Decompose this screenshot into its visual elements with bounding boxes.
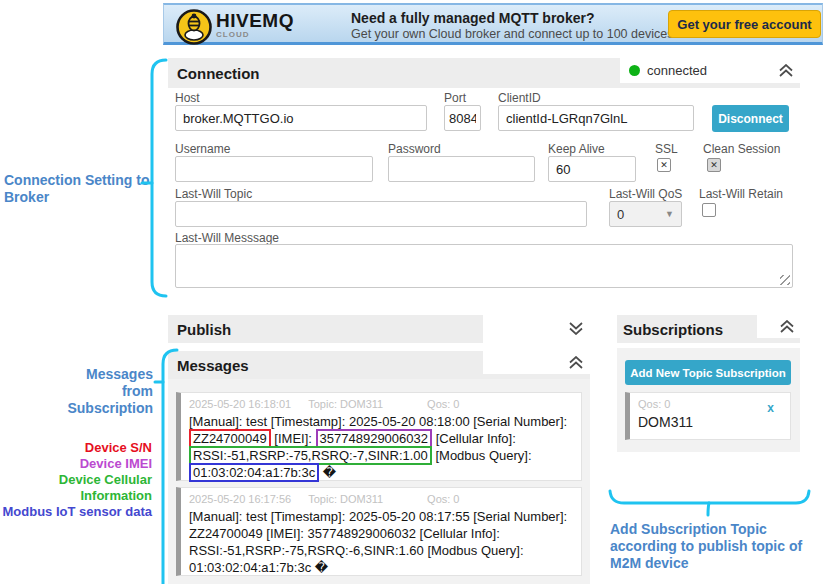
message-card: 2025-05-20 16:17:56 Topic: DOM311 Qos: 0… [176, 487, 582, 576]
logo-subtitle: CLOUD [216, 31, 294, 39]
payload-legend: Device S/N Device IMEI Device Cellular I… [0, 440, 152, 520]
add-subscription-button[interactable]: Add New Topic Subscription [625, 360, 791, 385]
subscription-meta: Qos: 0 x [638, 398, 782, 410]
message-time: 2025-05-20 16:17:56 [189, 493, 291, 505]
messages-list: 2025-05-20 16:18:01 Topic: DOM311 Qos: 0… [168, 379, 590, 584]
connection-status-tab: connected [620, 58, 800, 83]
chevron-double-down-icon[interactable] [568, 322, 584, 335]
password-label: Password [388, 142, 441, 156]
clientid-input[interactable] [498, 105, 694, 131]
port-input[interactable] [444, 105, 481, 131]
get-free-account-button[interactable]: Get your free account [668, 10, 821, 38]
subscriptions-title: Subscriptions [623, 321, 723, 338]
close-icon[interactable]: x [767, 401, 774, 415]
message-qos: Qos: 0 [427, 398, 459, 410]
message-time: 2025-05-20 16:18:01 [189, 398, 291, 410]
chevron-double-up-icon[interactable] [568, 356, 584, 369]
chevron-double-up-icon[interactable] [779, 320, 795, 333]
connection-annotation: Connection Setting to Broker [4, 172, 150, 206]
lastwill-qos-label: Last-Will QoS [609, 187, 682, 201]
message-meta: 2025-05-20 16:18:01 Topic: DOM311 Qos: 0 [189, 398, 573, 410]
legend-device-sn: Device S/N [0, 440, 152, 456]
publish-title: Publish [177, 321, 231, 338]
message-qos: Qos: 0 [427, 493, 459, 505]
ssl-label: SSL [655, 142, 678, 156]
port-label: Port [444, 91, 466, 105]
message-body: [Manual]: test [Timestamp]: 2025-05-20 0… [189, 413, 573, 481]
connection-header: Connection connected [168, 58, 800, 88]
publish-section: Publish [168, 315, 590, 343]
payload-tail: � [323, 465, 336, 480]
subscription-qos: Qos: 0 [638, 398, 670, 410]
subscription-card: Qos: 0 x DOM311 [625, 392, 791, 440]
lastwill-topic-input[interactable] [175, 201, 587, 227]
banner-subheadline: Get your own Cloud broker and connect up… [351, 27, 720, 41]
publish-header: Publish [168, 315, 483, 343]
host-label: Host [175, 91, 200, 105]
subscriptions-brace [608, 490, 812, 520]
lastwill-retain-label: Last-Will Retain [699, 187, 783, 201]
messages-title: Messages [177, 357, 249, 374]
message-body: [Manual]: test [Timestamp]: 2025-05-20 0… [189, 508, 573, 576]
cellular-key: [Cellular Info]: [436, 431, 516, 446]
messages-header-tab [483, 351, 590, 374]
chevron-down-icon: ▼ [665, 209, 674, 219]
username-input[interactable] [175, 156, 373, 182]
lastwill-topic-label: Last-Will Topic [175, 187, 252, 201]
chevron-double-up-icon[interactable] [778, 64, 794, 77]
legend-modbus: Modbus IoT sensor data [0, 504, 152, 520]
lastwill-message-label: Last-Will Messsage [175, 231, 279, 245]
hivemq-wordmark: HIVEMQ CLOUD [216, 11, 294, 39]
messages-section: Messages 2025-05-20 16:18:01 Topic: DOM3… [168, 351, 590, 584]
ssl-checkbox[interactable]: ✕ [657, 158, 671, 172]
keepalive-label: Keep Alive [548, 142, 605, 156]
clientid-label: ClientID [498, 91, 541, 105]
imei-key: [IMEI]: [274, 431, 312, 446]
message-topic: Topic: DOM311 [308, 398, 383, 410]
subscription-topic: DOM311 [638, 414, 782, 430]
lastwill-qos-value: 0 [617, 207, 624, 222]
banner-headline: Need a fully managed MQTT broker? [351, 10, 595, 26]
subscriptions-annotation: Add Subscription Topic according to publ… [610, 521, 822, 572]
messages-annotation: Messages from Subscription [57, 366, 153, 417]
host-input[interactable] [175, 105, 427, 131]
status-dot-icon [629, 65, 640, 76]
hivemq-bee-logo-icon [175, 8, 213, 50]
clean-session-label: Clean Session [703, 142, 780, 156]
logo-title: HIVEMQ [216, 11, 294, 30]
connection-status: connected [647, 63, 707, 78]
lastwill-retain-checkbox[interactable] [702, 203, 716, 217]
username-label: Username [175, 142, 230, 156]
password-input[interactable] [388, 156, 535, 182]
connection-brace [140, 58, 170, 298]
hivemq-banner: HIVEMQ CLOUD Need a fully managed MQTT b… [163, 3, 823, 45]
modbus-data-value: 01:03:02:04:a1:7b:3c [189, 463, 319, 482]
subscriptions-header: Subscriptions [617, 315, 800, 343]
modbus-key: [Modbus Query]: [435, 448, 531, 463]
legend-device-imei: Device IMEI [0, 456, 152, 472]
subscriptions-header-tab [757, 315, 800, 338]
lastwill-message-textarea[interactable] [175, 244, 793, 288]
connection-section: Connection connected Host Port ClientID … [168, 58, 800, 295]
connection-title: Connection [177, 65, 260, 82]
message-meta: 2025-05-20 16:17:56 Topic: DOM311 Qos: 0 [189, 493, 573, 505]
textarea-resize-handle[interactable] [780, 275, 790, 285]
payload-prefix: [Manual]: test [Timestamp]: 2025-05-20 0… [189, 414, 567, 429]
message-topic: Topic: DOM311 [308, 493, 383, 505]
message-card: 2025-05-20 16:18:01 Topic: DOM311 Qos: 0… [176, 392, 582, 481]
legend-device-cellular: Device Cellular Information [0, 472, 152, 504]
subscriptions-section: Subscriptions Add New Topic Subscription… [617, 315, 800, 452]
disconnect-button[interactable]: Disconnect [712, 105, 789, 132]
messages-brace [155, 348, 181, 584]
lastwill-qos-select[interactable]: 0 ▼ [609, 201, 682, 227]
keepalive-input[interactable] [548, 156, 636, 182]
subscriptions-body: Add New Topic Subscription Qos: 0 x DOM3… [617, 348, 800, 452]
clean-session-checkbox[interactable]: ✕ [707, 158, 721, 172]
messages-header: Messages [168, 351, 590, 379]
